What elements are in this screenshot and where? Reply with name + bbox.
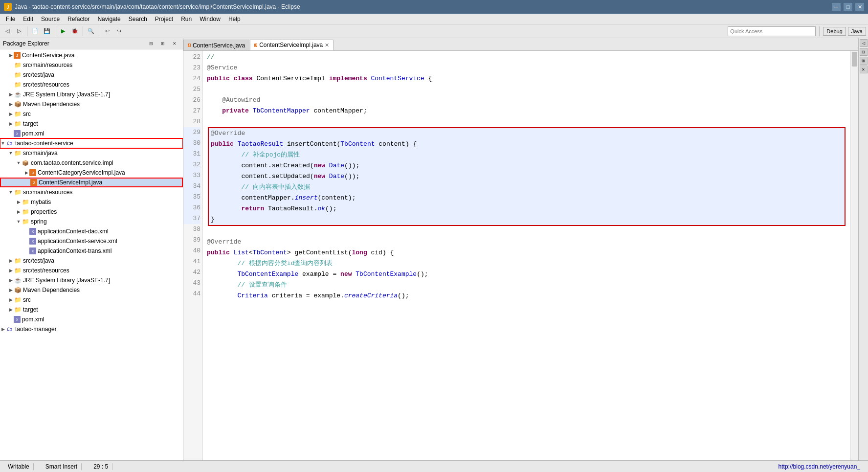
code-token: TbContent	[340, 139, 375, 150]
tree-label: target	[23, 120, 38, 127]
arrow-icon: ▶	[23, 170, 29, 175]
code-token: }	[211, 214, 215, 225]
tree-item-target-2[interactable]: ▶ 📁 target	[0, 305, 183, 315]
code-line-30: public TaotaoResult insertContent( TbCon…	[209, 139, 845, 150]
toolbar-new[interactable]: 📄	[30, 26, 41, 37]
line-num: 29	[183, 127, 200, 138]
tree-item-spring[interactable]: ▼ 📁 spring	[0, 217, 183, 226]
line-num: 33	[183, 170, 200, 181]
toolbar-search[interactable]: 🔍	[86, 26, 96, 37]
arrow-icon: ▶	[8, 53, 14, 58]
folder-icon: 📁	[14, 188, 22, 196]
tree-item-taotao-content-service[interactable]: ▼ 🗂 taotao-content-service	[0, 138, 183, 148]
toolbar-debug[interactable]: 🐞	[69, 26, 80, 37]
quick-access-input[interactable]	[728, 26, 816, 36]
tab-contentservice[interactable]: J ContentService.java	[183, 40, 249, 50]
code-token	[367, 73, 371, 84]
tree-item-package[interactable]: ▼ 📦 com.taotao.content.service.impl	[0, 158, 183, 168]
menu-navigate[interactable]: Navigate	[93, 15, 124, 23]
pe-maximize[interactable]: ⊞	[157, 38, 168, 49]
menu-search[interactable]: Search	[125, 15, 151, 23]
tree-item-contentcategoryserviceimpl[interactable]: ▶ J ContentCategoryServiceImpl.java	[0, 168, 183, 178]
tree-item-taotao-manager[interactable]: ▶ 🗂 taotao-manager	[0, 324, 183, 334]
tree-item-maven-2[interactable]: ▶ 📦 Maven Dependencies	[0, 285, 183, 295]
rs-btn-4[interactable]: ✕	[860, 66, 868, 73]
menu-source[interactable]: Source	[37, 15, 64, 23]
toolbar-run[interactable]: ▶	[58, 26, 68, 37]
tree-item-appcontext-service[interactable]: X applicationContext-service.xml	[0, 236, 183, 246]
rs-btn-1[interactable]: ◁	[860, 39, 868, 47]
maximize-button[interactable]: □	[844, 3, 852, 11]
tree-item-src-2[interactable]: ▶ 📁 src	[0, 295, 183, 305]
xml-icon: X	[29, 238, 36, 245]
arrow-icon: ▶	[8, 102, 14, 107]
code-token: ok	[317, 203, 325, 214]
menu-run[interactable]: Run	[177, 15, 196, 23]
code-line-34: // 向内容表中插入数据	[209, 182, 845, 193]
close-button[interactable]: ✕	[855, 3, 864, 11]
toolbar-save[interactable]: 💾	[42, 26, 52, 37]
toolbar-prev[interactable]: ↩	[102, 26, 112, 37]
tree-item-contentserviceimpl[interactable]: J ContentServiceImpl.java	[0, 178, 183, 187]
menu-refactor[interactable]: Refactor	[64, 15, 93, 23]
arrow-icon: ▶	[16, 209, 22, 214]
title-bar: J Java - taotao-content-service/src/main…	[0, 0, 868, 14]
menu-edit[interactable]: Edit	[19, 15, 37, 23]
tree-label: ContentServiceImpl.java	[39, 179, 102, 186]
menu-file[interactable]: File	[2, 15, 19, 23]
toolbar-next[interactable]: ↪	[113, 26, 124, 37]
folder-icon: 📁	[14, 71, 22, 79]
tree-item-src-test-java-1[interactable]: 📁 src/test/java	[0, 70, 183, 80]
code-token: @Override	[211, 128, 245, 139]
toolbar-back[interactable]: ◁	[2, 26, 13, 37]
tree-item-src-test-java-2[interactable]: ▶ 📁 src/test/java	[0, 256, 183, 266]
tree-item-maven-1[interactable]: ▶ 📦 Maven Dependencies	[0, 99, 183, 109]
menu-help[interactable]: Help	[224, 15, 245, 23]
tab-contentserviceimpl[interactable]: J ContentServiceImpl.java ✕	[250, 40, 334, 50]
code-token: ();	[325, 203, 336, 214]
tree-item-pom-1[interactable]: X pom.xml	[0, 129, 183, 138]
tree-item-jre-2[interactable]: ▶ ☕ JRE System Library [JavaSE-1.7]	[0, 275, 183, 285]
editor-scrollbar[interactable]	[850, 51, 858, 460]
tab-close-icon[interactable]: ✕	[325, 42, 329, 48]
folder-icon: 📁	[14, 120, 22, 128]
tree-item-src-1[interactable]: ▶ 📁 src	[0, 109, 183, 119]
code-token: public	[207, 247, 230, 258]
menu-project[interactable]: Project	[151, 15, 177, 23]
tree-item-src-main-resources-1[interactable]: 📁 src/main/resources	[0, 60, 183, 70]
folder-icon: 📁	[14, 296, 22, 304]
tree-item-src-main-resources-2[interactable]: ▼ 📁 src/main/resources	[0, 187, 183, 197]
tree-item-jre-1[interactable]: ▶ ☕ JRE System Library [JavaSE-1.7]	[0, 90, 183, 99]
code-line-32: content.setCreated( new Date ());	[209, 160, 845, 171]
tree-item-mybatis[interactable]: ▶ 📁 mybatis	[0, 197, 183, 207]
tree-item-target-1[interactable]: ▶ 📁 target	[0, 119, 183, 129]
toolbar-forward[interactable]: ▷	[14, 26, 24, 37]
tree-item-properties[interactable]: ▶ 📁 properties	[0, 207, 183, 217]
red-box-block: @Override public TaotaoResult insertCont…	[208, 127, 846, 226]
tree-item-src-test-resources-1[interactable]: 📁 src/test/resources	[0, 80, 183, 90]
pe-minimize[interactable]: ⊟	[146, 38, 156, 49]
scrollbar-thumb[interactable]	[852, 52, 857, 67]
code-line-29: @Override	[209, 128, 845, 139]
pe-close[interactable]: ✕	[169, 38, 180, 49]
tree-item-contentservice[interactable]: ▶ J ContentService.java	[0, 50, 183, 60]
rs-btn-3[interactable]: ⊞	[860, 57, 868, 65]
java-perspective-button[interactable]: Java	[848, 27, 866, 36]
code-token: ());	[344, 160, 359, 171]
code-token: TbContentMapper	[253, 106, 310, 116]
tree-item-pom-2[interactable]: X pom.xml	[0, 315, 183, 324]
debug-perspective-button[interactable]: Debug	[823, 27, 846, 36]
tree-item-src-main-java[interactable]: ▼ 📁 src/main/java	[0, 148, 183, 158]
tree-item-src-test-resources-2[interactable]: ▶ 📁 src/test/resources	[0, 266, 183, 275]
code-token: contentMapper.	[211, 193, 295, 203]
tree-item-appcontext-trans[interactable]: X applicationContext-trans.xml	[0, 246, 183, 256]
tree-item-appcontext-dao[interactable]: X applicationContext-dao.xml	[0, 226, 183, 236]
menu-window[interactable]: Window	[196, 15, 224, 23]
code-area[interactable]: // @Service public class ContentServiceI…	[203, 51, 850, 460]
code-token	[207, 258, 237, 269]
minimize-button[interactable]: ─	[832, 3, 841, 11]
arrow-icon: ▼	[16, 219, 22, 224]
folder-icon: 📁	[14, 110, 22, 118]
code-line-23: @Service	[207, 63, 846, 73]
rs-btn-2[interactable]: ⊟	[860, 48, 868, 56]
